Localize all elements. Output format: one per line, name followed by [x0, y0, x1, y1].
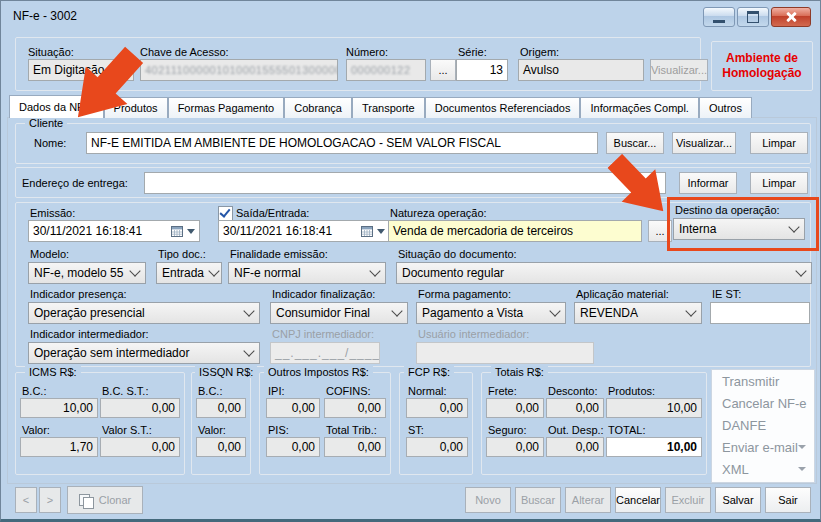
clone-icon [79, 494, 93, 507]
sair-button[interactable]: Sair [765, 487, 811, 513]
total-trib-field[interactable]: 0,00 [324, 437, 386, 457]
saida-entrada-checkbox[interactable] [218, 206, 233, 221]
visualizar-cliente-button[interactable]: Visualizar... [672, 132, 736, 154]
saida-entrada-label: Saída/Entrada: [236, 207, 309, 219]
serie-label: Série: [458, 46, 487, 58]
chevron-down-icon [243, 305, 254, 316]
buscar-button[interactable]: Buscar [515, 487, 561, 513]
icms-bc-field[interactable]: 10,00 [20, 398, 98, 418]
natureza-operacao-label: Natureza operação: [390, 207, 487, 219]
visualizar-nfe-button[interactable]: Visualizar... [650, 59, 708, 81]
maximize-button[interactable] [737, 7, 769, 27]
fcp-st-label: ST: [408, 424, 424, 436]
desconto-label: Desconto: [548, 385, 598, 397]
ipi-field[interactable]: 0,00 [266, 398, 320, 418]
cancelar-button[interactable]: Cancelar [615, 487, 661, 513]
transmitir-button[interactable]: Transmitir [712, 370, 814, 392]
nfe-actions-panel: Transmitir Cancelar NF-e DANFE Enviar e-… [711, 369, 815, 483]
ie-st-field[interactable] [710, 302, 810, 324]
xml-button[interactable]: XML [712, 458, 814, 480]
fcp-group: FCP R$: Normal: 0,00 ST: 0,00 [399, 372, 473, 475]
calendar-dropdown-icon[interactable] [187, 229, 195, 234]
calendar-icon[interactable] [361, 226, 373, 237]
serie-field[interactable]: 13 [456, 59, 508, 81]
calendar-dropdown-icon[interactable] [377, 229, 385, 234]
chevron-down-icon [129, 265, 140, 276]
fcp-st-field[interactable]: 0,00 [406, 437, 468, 457]
icms-group: ICMS R$: B.C.: 10,00 B.C. S.T.: 0,00 Val… [15, 372, 185, 475]
indicador-presenca-label: Indicador presença: [30, 288, 127, 300]
numero-label: Número: [346, 46, 388, 58]
calendar-icon[interactable] [171, 226, 183, 237]
indicador-finalizacao-label: Indicador finalização: [272, 288, 375, 300]
finalidade-emissao-select[interactable]: NF-e normal [228, 262, 386, 284]
chevron-down-icon [798, 445, 806, 449]
informar-endereco-button[interactable]: Informar [679, 172, 737, 194]
cofins-field[interactable]: 0,00 [324, 398, 386, 418]
close-button[interactable] [771, 7, 811, 27]
issqn-valor-field[interactable]: 0,00 [196, 437, 246, 457]
danfe-button[interactable]: DANFE [712, 414, 814, 436]
saida-entrada-field[interactable]: 30/11/2021 16:18:41 [218, 220, 390, 242]
icms-bcst-label: B.C. S.T.: [102, 385, 148, 397]
frete-field[interactable]: 0,00 [486, 398, 544, 418]
tipo-doc-label: Tipo doc.: [158, 248, 206, 260]
out-desp-field[interactable]: 0,00 [546, 437, 604, 457]
fcp-normal-field[interactable]: 0,00 [406, 398, 468, 418]
modelo-select[interactable]: NF-e, modelo 55 [28, 262, 146, 284]
tab-outros[interactable]: Outros [699, 97, 752, 118]
aplicacao-material-select[interactable]: REVENDA [574, 302, 702, 324]
endereco-entrega-field[interactable] [144, 172, 666, 194]
emissao-field[interactable]: 30/11/2021 16:18:41 [28, 220, 200, 242]
destino-operacao-select[interactable]: Interna [673, 218, 805, 240]
produtos-label: Produtos: [608, 385, 655, 397]
tab-informacoes-compl[interactable]: Informações Compl. [580, 97, 698, 118]
outros-impostos-group-label: Outros Impostos R$: [264, 366, 373, 378]
tab-documentos-referenciados[interactable]: Documentos Referenciados [425, 97, 581, 118]
icms-bcst-field[interactable]: 0,00 [100, 398, 180, 418]
pis-label: PIS: [268, 424, 289, 436]
nav-previous-button[interactable]: < [15, 487, 37, 513]
nome-field[interactable]: NF-E EMITIDA EM AMBIENTE DE HOMOLOGACAO … [86, 132, 598, 154]
salvar-button[interactable]: Salvar [715, 487, 761, 513]
tipo-doc-select[interactable]: Entrada [156, 262, 222, 284]
total-field[interactable]: 10,00 [606, 437, 702, 457]
outros-impostos-group: Outros Impostos R$: IPI: 0,00 COFINS: 0,… [259, 372, 391, 475]
icms-valor-field[interactable]: 1,70 [20, 437, 98, 457]
indicador-presenca-select[interactable]: Operação presencial [28, 302, 260, 324]
ie-st-label: IE ST: [712, 288, 741, 300]
indicador-finalizacao-select[interactable]: Consumidor Final [270, 302, 408, 324]
totais-group: Totais R$: Frete: 0,00 Desconto: 0,00 Pr… [481, 372, 707, 475]
clonar-button[interactable]: Clonar [67, 486, 143, 514]
produtos-field[interactable]: 10,00 [606, 398, 702, 418]
issqn-bc-field[interactable]: 0,00 [196, 398, 246, 418]
numero-more-button[interactable]: ... [430, 59, 456, 81]
excluir-button[interactable]: Excluir [665, 487, 711, 513]
forma-pagamento-select[interactable]: Pagamento a Vista [416, 302, 566, 324]
tab-transporte[interactable]: Transporte [352, 97, 425, 118]
icms-valorst-field[interactable]: 0,00 [100, 437, 180, 457]
minimize-button[interactable] [703, 7, 735, 27]
nav-next-button[interactable]: > [39, 487, 61, 513]
pis-field[interactable]: 0,00 [266, 437, 320, 457]
chevron-down-icon [369, 265, 380, 276]
limpar-cliente-button[interactable]: Limpar [750, 132, 808, 154]
situacao-documento-select[interactable]: Documento regular [396, 262, 812, 284]
enviar-email-button[interactable]: Enviar e-mail [712, 436, 814, 458]
seguro-field[interactable]: 0,00 [486, 437, 544, 457]
natureza-operacao-field[interactable]: Venda de mercadoria de terceiros [388, 220, 642, 242]
aplicacao-material-label: Aplicação material: [576, 288, 669, 300]
cancelar-nfe-button[interactable]: Cancelar NF-e [712, 392, 814, 414]
tab-formas-pagamento[interactable]: Formas Pagamento [168, 97, 285, 118]
situacao-documento-label: Situação do documento: [398, 248, 517, 260]
desconto-field[interactable]: 0,00 [546, 398, 604, 418]
alterar-button[interactable]: Alterar [565, 487, 611, 513]
limpar-endereco-button[interactable]: Limpar [750, 172, 808, 194]
total-trib-label: Total Trib.: [326, 424, 377, 436]
novo-button[interactable]: Novo [465, 487, 511, 513]
indicador-intermediador-select[interactable]: Operação sem intermediador [28, 342, 260, 364]
finalidade-emissao-label: Finalidade emissão: [230, 248, 328, 260]
tab-cobranca[interactable]: Cobrança [284, 97, 352, 118]
seguro-label: Seguro: [488, 424, 527, 436]
chevron-down-icon [391, 305, 402, 316]
